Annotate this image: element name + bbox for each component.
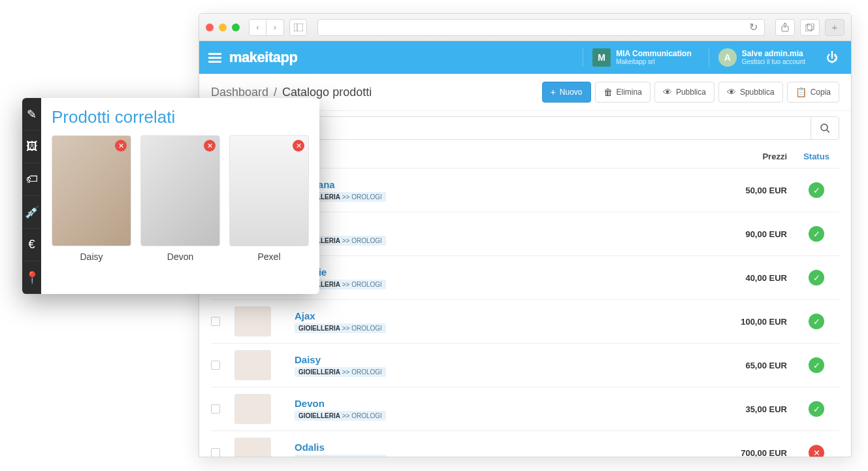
user-sub: Gestisci il tuo account bbox=[742, 58, 805, 65]
row-checkbox[interactable] bbox=[211, 317, 220, 326]
product-thumb bbox=[234, 394, 271, 424]
elimina-button[interactable]: 🗑Elimina bbox=[595, 82, 651, 103]
row-checkbox[interactable] bbox=[211, 361, 220, 370]
product-name[interactable]: Odalis bbox=[295, 442, 696, 453]
minimize-window-icon[interactable] bbox=[219, 24, 227, 31]
copy-icon: 📋 bbox=[796, 87, 807, 97]
search-icon bbox=[820, 123, 829, 133]
product-thumb bbox=[234, 350, 271, 380]
remove-related-button[interactable]: ✕ bbox=[204, 140, 216, 152]
nuovo-button[interactable]: +Nuovo bbox=[542, 82, 591, 103]
row-checkbox[interactable] bbox=[211, 448, 220, 457]
close-window-icon[interactable] bbox=[206, 24, 214, 31]
product-cell: Lane GIOIELLERIA >> OROLOGI bbox=[295, 223, 696, 246]
pin-icon[interactable]: 📍 bbox=[22, 261, 41, 294]
euro-icon[interactable]: € bbox=[22, 229, 41, 261]
org-block[interactable]: M MIA Communication Makeitapp srl bbox=[583, 48, 701, 67]
related-thumb: ✕ bbox=[52, 135, 131, 246]
product-price: 90,00 EUR bbox=[702, 229, 787, 239]
trash-icon: 🗑 bbox=[603, 87, 613, 97]
related-item[interactable]: ✕ Daisy bbox=[52, 135, 131, 262]
product-tag: GIOIELLERIA >> OROLOGI bbox=[295, 411, 386, 421]
related-name: Pexel bbox=[229, 252, 309, 262]
org-sub: Makeitapp srl bbox=[616, 58, 692, 65]
breadcrumb: Dashboard / Catalogo prodotti bbox=[211, 86, 372, 99]
product-cell: Odalis GIOIELLERIA >> OROLOGI bbox=[295, 442, 696, 458]
product-tag: GIOIELLERIA >> OROLOGI bbox=[295, 323, 386, 333]
remove-related-button[interactable]: ✕ bbox=[293, 140, 304, 152]
col-status[interactable]: Status bbox=[794, 152, 839, 161]
copia-button[interactable]: 📋Copia bbox=[787, 82, 839, 103]
breadcrumb-root[interactable]: Dashboard bbox=[211, 86, 268, 99]
edit-icon[interactable]: ✎ bbox=[22, 98, 41, 131]
col-prezzi[interactable]: Prezzi bbox=[702, 152, 787, 161]
product-name[interactable]: Lonnie bbox=[295, 267, 696, 278]
eye-off-icon: 👁 bbox=[727, 87, 736, 97]
product-status: ✕ bbox=[794, 445, 839, 457]
search-button[interactable] bbox=[811, 116, 839, 140]
product-thumb bbox=[234, 438, 271, 457]
product-name[interactable]: Daisy bbox=[295, 354, 696, 365]
table-row[interactable]: Daisy GIOIELLERIA >> OROLOGI 65,00 EUR ✓ bbox=[211, 344, 839, 387]
table-row[interactable]: Devon GIOIELLERIA >> OROLOGI 35,00 EUR ✓ bbox=[211, 387, 839, 431]
product-price: 40,00 EUR bbox=[702, 273, 787, 283]
window-controls bbox=[206, 24, 240, 31]
maximize-window-icon[interactable] bbox=[232, 24, 240, 31]
pubblica-button[interactable]: 👁Pubblica bbox=[654, 82, 715, 103]
share-button[interactable] bbox=[775, 19, 795, 36]
product-status: ✓ bbox=[794, 357, 839, 373]
reload-icon[interactable]: ↻ bbox=[749, 21, 758, 33]
product-cell: Montana GIOIELLERIA >> OROLOGI bbox=[295, 179, 696, 202]
product-tag: GIOIELLERIA >> OROLOGI bbox=[295, 455, 386, 458]
col-nome[interactable]: Nome bbox=[295, 152, 696, 161]
eyedropper-icon[interactable]: 💉 bbox=[22, 196, 41, 229]
pubblica-label: Pubblica bbox=[676, 88, 706, 97]
app-logo: makeitapp bbox=[229, 49, 297, 66]
row-checkbox[interactable] bbox=[211, 404, 220, 414]
related-name: Daisy bbox=[52, 252, 131, 262]
share-icon bbox=[781, 23, 789, 32]
product-cell: Devon GIOIELLERIA >> OROLOGI bbox=[295, 398, 696, 421]
side-toolbar: ✎ 🖼 🏷 💉 € 📍 bbox=[22, 98, 41, 294]
product-name[interactable]: Montana bbox=[295, 179, 696, 190]
tag-icon[interactable]: 🏷 bbox=[22, 163, 41, 196]
status-icon: ✓ bbox=[809, 401, 824, 417]
product-price: 65,00 EUR bbox=[702, 361, 787, 370]
product-status: ✓ bbox=[794, 226, 839, 242]
svg-line-6 bbox=[827, 130, 829, 133]
table-row[interactable]: Ajax GIOIELLERIA >> OROLOGI 100,00 EUR ✓ bbox=[211, 300, 839, 344]
status-icon: ✓ bbox=[809, 270, 824, 285]
product-name[interactable]: Ajax bbox=[295, 310, 696, 321]
product-tag: GIOIELLERIA >> OROLOGI bbox=[295, 367, 386, 377]
org-name: MIA Communication bbox=[616, 50, 692, 58]
account-block[interactable]: A Salve admin.mia Gestisci il tuo accoun… bbox=[709, 48, 814, 67]
related-item[interactable]: ✕ Pexel bbox=[229, 135, 309, 262]
product-name[interactable]: Lane bbox=[295, 223, 696, 234]
remove-related-button[interactable]: ✕ bbox=[115, 140, 127, 152]
image-icon[interactable]: 🖼 bbox=[22, 131, 41, 163]
logout-button[interactable]: ⏻ bbox=[822, 51, 842, 65]
menu-button[interactable] bbox=[208, 53, 221, 63]
product-name[interactable]: Devon bbox=[295, 398, 696, 409]
back-button[interactable]: ‹ bbox=[249, 19, 266, 36]
product-status: ✓ bbox=[794, 182, 839, 198]
product-status: ✓ bbox=[794, 401, 839, 417]
table-row[interactable]: Odalis GIOIELLERIA >> OROLOGI 700,00 EUR… bbox=[211, 431, 839, 457]
svg-point-5 bbox=[821, 124, 828, 131]
tabs-button[interactable] bbox=[800, 19, 820, 36]
elimina-label: Elimina bbox=[617, 88, 642, 97]
status-icon: ✓ bbox=[809, 357, 824, 373]
tabs-icon bbox=[805, 24, 814, 31]
address-bar[interactable]: ↻ bbox=[317, 19, 765, 36]
org-avatar: M bbox=[592, 48, 611, 67]
spubblica-button[interactable]: 👁Spubblica bbox=[718, 82, 783, 103]
product-cell: Ajax GIOIELLERIA >> OROLOGI bbox=[295, 310, 696, 333]
forward-button[interactable]: › bbox=[266, 19, 284, 36]
product-cell: Lonnie GIOIELLERIA >> OROLOGI bbox=[295, 267, 696, 289]
product-status: ✓ bbox=[794, 314, 839, 329]
related-name: Devon bbox=[140, 252, 220, 262]
sidebar-toggle-button[interactable] bbox=[289, 19, 307, 36]
browser-toolbar: ‹ › ↻ + bbox=[199, 14, 851, 41]
related-item[interactable]: ✕ Devon bbox=[140, 135, 220, 262]
new-tab-button[interactable]: + bbox=[825, 19, 844, 36]
